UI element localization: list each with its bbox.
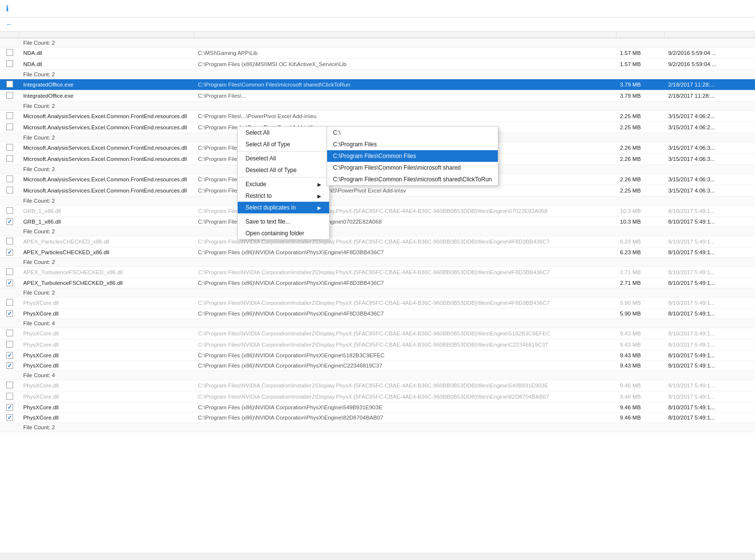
checkbox[interactable] <box>6 49 13 56</box>
title-bar: ℹ <box>0 0 755 18</box>
context-menu-item-restrict[interactable]: Restrict to ▶ <box>238 190 329 202</box>
context-menu-item-save[interactable]: Save to text file... <box>238 216 329 228</box>
row-check[interactable] <box>0 391 19 402</box>
back-button[interactable]: ← <box>6 20 15 28</box>
table-row[interactable]: NDA.dll C:\Program Files (x86)\MSI\MSI O… <box>0 59 755 70</box>
row-check[interactable] <box>0 154 19 165</box>
checkbox[interactable] <box>6 268 13 275</box>
table-row[interactable]: ✓ PhysXCore.dll C:\Program Files (x86)\N… <box>0 309 755 319</box>
table-row[interactable]: PhysXCore.dll C:\Program Files\NVIDIA Co… <box>0 339 755 350</box>
checkbox[interactable]: ✓ <box>6 218 13 225</box>
checkbox[interactable] <box>6 123 13 130</box>
context-menu-item-select-all-type[interactable]: Select All of Type <box>238 139 329 150</box>
checkbox[interactable] <box>6 207 13 214</box>
checkbox[interactable] <box>6 92 13 99</box>
checkbox[interactable] <box>6 155 13 162</box>
checkbox[interactable] <box>6 81 13 88</box>
table-row[interactable]: ✓ PhysXCore.dll C:\Program Files (x86)\N… <box>0 402 755 413</box>
checkbox[interactable] <box>6 112 13 119</box>
checkbox[interactable]: ✓ <box>6 352 13 359</box>
row-check[interactable]: ✓ <box>0 350 19 361</box>
row-check[interactable]: ✓ <box>0 217 19 227</box>
row-check[interactable] <box>0 339 19 350</box>
col-header-path[interactable] <box>194 32 616 38</box>
checkbox[interactable]: ✓ <box>6 414 13 421</box>
table-row[interactable]: ✓ PhysXCore.dll C:\Program Files (x86)\N… <box>0 361 755 371</box>
table-row[interactable]: Microsoft.AnalysisServices.Excel.Common.… <box>0 111 755 122</box>
context-menu-item-select-duplicates[interactable]: Select duplicates in ▶ <box>238 202 329 213</box>
table-row[interactable]: APEX_TurbulenceFSCHECKED_x86.dll C:\Prog… <box>0 267 755 278</box>
submenu-item-clicktorun[interactable]: C:\Program Files\Common Files\microsoft … <box>327 174 498 185</box>
row-check[interactable] <box>0 298 19 309</box>
context-menu-item-exclude[interactable]: Exclude ▶ <box>238 178 329 190</box>
checkbox[interactable]: ✓ <box>6 310 13 317</box>
group-label: File Count: 2 <box>19 423 755 432</box>
table-row[interactable]: ✓ GRB_1_x86.dll C:\Program Files (x86)\N… <box>0 217 755 227</box>
row-check[interactable]: ✓ <box>0 361 19 371</box>
row-check[interactable] <box>0 111 19 122</box>
checkbox[interactable] <box>6 341 13 348</box>
row-size: 2.26 MB <box>616 154 664 165</box>
row-check[interactable] <box>0 206 19 217</box>
col-header-size[interactable] <box>616 32 664 38</box>
table-row[interactable]: IntegratedOffice.exe C:\Program Files\..… <box>0 90 755 102</box>
checkbox[interactable] <box>6 60 13 67</box>
row-check[interactable] <box>0 142 19 154</box>
table-row[interactable]: PhysXCore.dll C:\Program Files\NVIDIA Co… <box>0 391 755 402</box>
table-row[interactable]: PhysXCore.dll C:\Program Files\NVIDIA Co… <box>0 328 755 339</box>
checkbox[interactable] <box>6 393 13 400</box>
checkbox[interactable] <box>6 330 13 336</box>
row-check[interactable] <box>0 328 19 339</box>
checkbox[interactable] <box>6 175 13 182</box>
submenu-item-program-files[interactable]: C:\Program Files <box>327 139 498 150</box>
checkbox[interactable] <box>6 382 13 388</box>
row-check[interactable]: ✓ <box>0 309 19 319</box>
checkbox[interactable] <box>6 299 13 306</box>
row-check[interactable] <box>0 236 19 247</box>
row-name: NDA.dll <box>19 48 194 59</box>
table-row[interactable]: NDA.dll C:\MSI\Gaming APP\Lib 1.57 MB 9/… <box>0 48 755 59</box>
row-date: 2/18/2017 11:28:... <box>664 90 755 102</box>
row-check[interactable] <box>0 79 19 90</box>
table-row[interactable]: ✓ APEX_TurbulenceFSCHECKED_x86.dll C:\Pr… <box>0 278 755 288</box>
table-row[interactable]: ✓ PhysXCore.dll C:\Program Files (x86)\N… <box>0 413 755 423</box>
table-row[interactable]: PhysXCore.dll C:\Program Files\NVIDIA Co… <box>0 380 755 391</box>
checkbox[interactable] <box>6 187 13 193</box>
row-check[interactable] <box>0 185 19 196</box>
table-row[interactable]: Microsoft.AnalysisServices.Excel.Common.… <box>0 185 755 196</box>
checkbox[interactable]: ✓ <box>6 280 13 286</box>
col-header-name[interactable] <box>19 32 194 38</box>
table-row[interactable]: APEX_ParticlesCHECKED_x86.dll C:\Program… <box>0 236 755 247</box>
table-row[interactable]: ✓ APEX_ParticlesCHECKED_x86.dll C:\Progr… <box>0 247 755 258</box>
row-check[interactable]: ✓ <box>0 247 19 258</box>
table-row[interactable]: IntegratedOffice.exe C:\Program Files\Co… <box>0 79 755 90</box>
context-menu-item-select-all[interactable]: Select All <box>238 127 329 139</box>
table-row[interactable]: PhysXCore.dll C:\Program Files\NVIDIA Co… <box>0 298 755 309</box>
row-check[interactable]: ✓ <box>0 402 19 413</box>
row-check[interactable]: ✓ <box>0 278 19 288</box>
submenu-item-c[interactable]: C:\ <box>327 127 498 139</box>
table-row[interactable]: ✓ PhysXCore.dll C:\Program Files (x86)\N… <box>0 350 755 361</box>
submenu-item-common-files[interactable]: C:\Program Files\Common Files <box>327 150 498 162</box>
row-check[interactable] <box>0 122 19 133</box>
checkbox[interactable] <box>6 238 13 245</box>
checkbox[interactable]: ✓ <box>6 362 13 369</box>
row-check[interactable] <box>0 48 19 59</box>
context-menu-item-open-folder[interactable]: Open containing folder <box>238 228 329 239</box>
submenu-item-ms-shared[interactable]: C:\Program Files\Common Files\microsoft … <box>327 162 498 174</box>
row-check[interactable] <box>0 174 19 185</box>
row-check[interactable] <box>0 380 19 391</box>
row-check[interactable] <box>0 90 19 102</box>
row-path: C:\Program Files\Common Files\microsoft … <box>194 79 616 90</box>
row-date: 8/10/2017 5:49:1... <box>664 361 755 371</box>
table-row[interactable]: GRB_1_x86.dll C:\Program Files\NVIDIA Co… <box>0 206 755 217</box>
row-check[interactable]: ✓ <box>0 413 19 423</box>
row-check[interactable] <box>0 59 19 70</box>
checkbox[interactable] <box>6 144 13 151</box>
checkbox[interactable]: ✓ <box>6 249 13 256</box>
col-header-date[interactable] <box>664 32 755 38</box>
checkbox[interactable]: ✓ <box>6 404 13 411</box>
row-check[interactable] <box>0 267 19 278</box>
context-menu-item-deselect-all[interactable]: Deselect All <box>238 153 329 164</box>
context-menu-item-deselect-all-type[interactable]: Deselect All of Type <box>238 164 329 176</box>
